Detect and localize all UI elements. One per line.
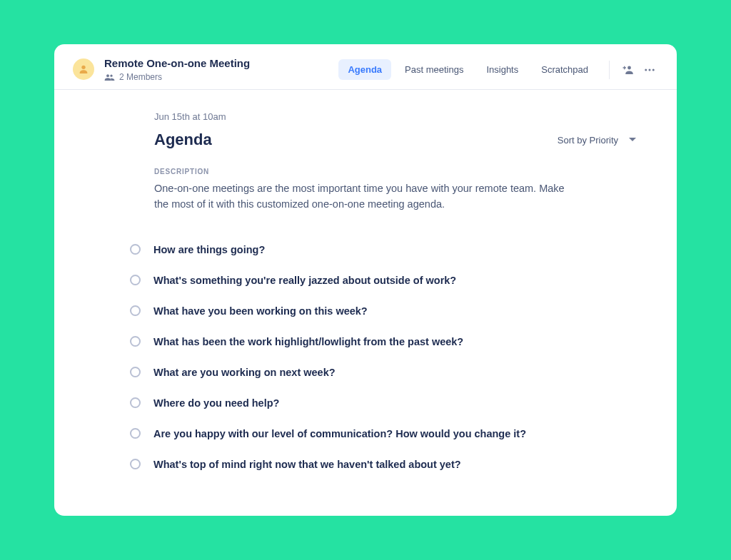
tab-agenda[interactable]: Agenda [338,59,391,80]
svg-point-0 [81,66,85,69]
item-text[interactable]: What are you working on next week? [153,367,336,378]
members-label: 2 Members [119,72,162,82]
agenda-item: Are you happy with our level of communic… [130,428,637,439]
description-body: One-on-one meetings are the most importa… [154,181,568,213]
item-text[interactable]: What's top of mind right now that we hav… [153,459,461,470]
svg-point-7 [649,68,651,71]
header: Remote One-on-one Meeting 2 Members Agen… [54,44,677,90]
item-text[interactable]: What's something you're really jazzed ab… [153,275,456,286]
agenda-item: What are you working on next week? [130,367,637,378]
description-label: DESCRIPTION [154,168,637,175]
item-checkbox[interactable] [130,459,141,469]
svg-rect-5 [624,66,625,69]
agenda-item: What have you been working on this week? [130,305,637,317]
add-person-icon [622,63,635,76]
divider [609,61,610,79]
svg-point-2 [110,75,112,77]
svg-point-6 [645,68,647,71]
item-text[interactable]: Where do you need help? [153,397,279,409]
title-block: Remote One-on-one Meeting 2 Members [104,57,250,82]
add-member-button[interactable] [620,61,637,78]
tabs: Agenda Past meetings Insights Scratchpad [338,59,598,80]
svg-point-3 [627,66,631,69]
svg-point-8 [652,68,655,71]
item-text[interactable]: What has been the work highlight/lowligh… [153,336,463,347]
more-options-button[interactable] [641,61,658,78]
item-checkbox[interactable] [130,397,141,408]
agenda-heading: Agenda [154,131,212,149]
item-text[interactable]: Are you happy with our level of communic… [153,428,526,439]
agenda-row: Agenda Sort by Priority [154,131,637,149]
sort-dropdown[interactable]: Sort by Priority [558,135,637,146]
sort-label: Sort by Priority [558,135,618,146]
meeting-date: Jun 15th at 10am [154,111,637,122]
people-icon [104,73,115,81]
agenda-items: How are things going? What's something y… [130,244,637,470]
person-icon [78,63,89,75]
agenda-item: What's top of mind right now that we hav… [130,459,637,470]
app-window: Remote One-on-one Meeting 2 Members Agen… [54,44,677,516]
item-checkbox[interactable] [130,244,141,255]
item-checkbox[interactable] [130,275,141,285]
chevron-down-icon [628,137,637,143]
tab-scratchpad[interactable]: Scratchpad [532,59,598,80]
item-text[interactable]: What have you been working on this week? [153,305,368,317]
tab-insights[interactable]: Insights [477,59,528,80]
item-text[interactable]: How are things going? [153,244,265,255]
header-right: Agenda Past meetings Insights Scratchpad [338,59,658,80]
page-title: Remote One-on-one Meeting [104,57,250,69]
agenda-item: Where do you need help? [130,397,637,409]
more-horizontal-icon [643,63,656,76]
agenda-item: How are things going? [130,244,637,255]
item-checkbox[interactable] [130,305,141,316]
members-row[interactable]: 2 Members [104,72,250,82]
agenda-item: What has been the work highlight/lowligh… [130,336,637,347]
content: Jun 15th at 10am Agenda Sort by Priority… [54,90,677,516]
svg-point-1 [106,74,109,77]
agenda-item: What's something you're really jazzed ab… [130,275,637,286]
item-checkbox[interactable] [130,367,141,377]
tab-past-meetings[interactable]: Past meetings [395,59,473,80]
header-left: Remote One-on-one Meeting 2 Members [73,57,250,82]
item-checkbox[interactable] [130,336,141,347]
avatar[interactable] [73,58,94,80]
item-checkbox[interactable] [130,428,141,439]
